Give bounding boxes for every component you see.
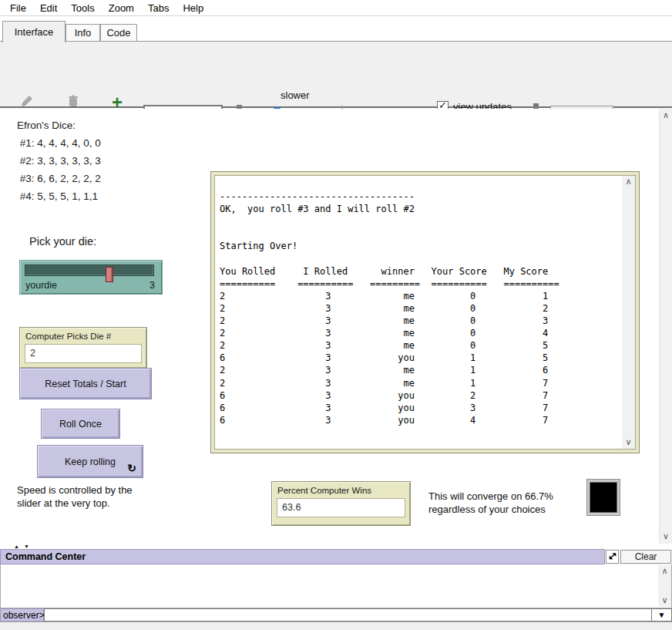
percent-computer-wins-monitor: Percent Computer Wins 63.6 (271, 481, 411, 526)
scroll-down-icon[interactable]: ∨ (658, 595, 671, 606)
roll-once-button[interactable]: Roll Once (41, 409, 120, 439)
canvas-scrollbar[interactable]: ∧ ∨ (659, 109, 672, 544)
menu-zoom[interactable]: Zoom (102, 1, 141, 15)
splitter-up-icon[interactable]: ▲ (14, 544, 19, 549)
scroll-up-icon[interactable]: ∧ (660, 110, 672, 121)
converge-note: This will converge on 66.7% regardless o… (428, 490, 553, 516)
history-dropdown-icon: ▼ (658, 611, 666, 619)
reset-totals-button[interactable]: Reset Totals / Start (19, 368, 152, 399)
toolbar: Edit Delete + Add ▾ abc Button ▼ (0, 42, 672, 108)
monitor-value-field: 63.6 (277, 498, 405, 517)
expand-icon (608, 550, 617, 564)
speed-slider-slower-label: slower (281, 89, 310, 101)
scroll-down-icon[interactable]: ∨ (660, 531, 672, 542)
menu-bar: File Edit Tools Zoom Tabs Help (0, 0, 672, 16)
pick-your-die-label: Pick your die: (29, 235, 96, 248)
interface-canvas: Efron's Dice: #1: 4, 4, 4, 4, 0, 0 #2: 3… (0, 109, 672, 544)
monitor-value-field: 2 (25, 344, 142, 363)
command-center-scrollbar[interactable]: ∧ ∨ (658, 565, 671, 607)
world-view[interactable] (587, 480, 620, 515)
yourdie-slider-groove (25, 264, 154, 276)
game-output-area: ----------------------------------- OK, … (210, 171, 640, 453)
clear-button[interactable]: Clear (620, 550, 671, 564)
monitor-label: Percent Computer Wins (277, 486, 371, 495)
yourdie-slider-value: 3 (150, 280, 155, 291)
command-center-splitter[interactable]: ▲ ▼ (0, 544, 672, 549)
yourdie-slider-name: yourdie (25, 280, 57, 291)
window-bottom-strip (0, 622, 672, 630)
expand-button[interactable] (606, 550, 619, 564)
command-center-output: ∧ ∨ (0, 564, 672, 608)
scroll-up-icon[interactable]: ∧ (622, 177, 635, 187)
efrons-dice-note: Efron's Dice: #1: 4, 4, 4, 4, 0, 0 #2: 3… (17, 116, 101, 205)
monitor-value: 2 (25, 345, 141, 359)
tab-code[interactable]: Code (100, 24, 137, 42)
command-history-button[interactable]: ▼ (652, 608, 672, 622)
menu-tools[interactable]: Tools (64, 1, 101, 15)
command-input[interactable] (44, 608, 652, 622)
monitor-value: 63.6 (277, 499, 405, 513)
command-center-title: Command Center (1, 551, 86, 562)
menu-help[interactable]: Help (176, 1, 210, 15)
yourdie-slider[interactable]: yourdie 3 (19, 260, 163, 295)
tab-interface[interactable]: Interface (2, 21, 66, 42)
output-scrollbar[interactable]: ∧ ∨ (622, 176, 635, 449)
observer-command-row: observer> ▼ (0, 608, 672, 622)
scroll-up-icon[interactable]: ∧ (658, 566, 671, 577)
command-center-header: Command Center Clear (0, 549, 672, 564)
tab-info[interactable]: Info (66, 24, 100, 42)
menu-file[interactable]: File (3, 1, 33, 15)
menu-tabs[interactable]: Tabs (141, 1, 176, 15)
observer-prompt: observer> (0, 608, 44, 622)
netlogo-window: File Edit Tools Zoom Tabs Help Interface… (0, 0, 672, 630)
monitor-label: Computer Picks Die # (25, 332, 111, 341)
menu-edit[interactable]: Edit (33, 1, 64, 15)
computer-picks-die-monitor: Computer Picks Die # 2 (19, 327, 147, 369)
keep-rolling-button[interactable]: Keep rolling ↻ (37, 445, 143, 478)
tab-strip: Interface Info Code (0, 17, 672, 42)
splitter-down-icon[interactable]: ▼ (24, 544, 29, 549)
scroll-down-icon[interactable]: ∨ (622, 437, 635, 448)
keep-rolling-label: Keep rolling (65, 456, 116, 467)
forever-icon: ↻ (127, 462, 136, 474)
speed-hint-note: Speed is controlled by the slider at the… (17, 483, 133, 510)
command-center-title-bar: Command Center (0, 549, 605, 564)
output-text: ----------------------------------- OK, … (220, 178, 620, 448)
yourdie-slider-thumb[interactable] (106, 267, 113, 282)
